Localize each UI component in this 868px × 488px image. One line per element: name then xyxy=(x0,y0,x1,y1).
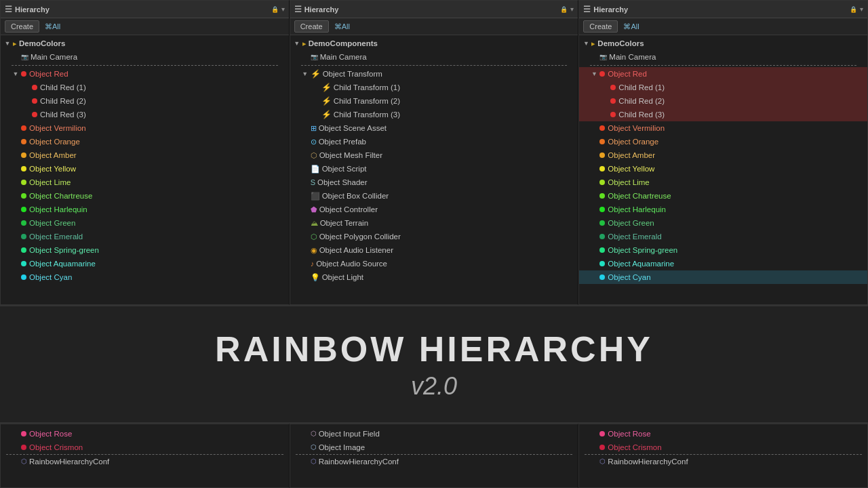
bottom-config-1[interactable]: ⬡ RainbowHierarchyConf xyxy=(1,455,289,468)
child-transform-3[interactable]: ⚡ Child Transform (3) xyxy=(290,108,578,121)
script-label: Object Script xyxy=(322,163,367,175)
panel-content-2[interactable]: ▸ DemoComponents 📷 Main Camera ⚡ Object … xyxy=(290,35,578,304)
bottom-object-rose-1[interactable]: Object Rose xyxy=(1,427,289,441)
harlequin-label: Object Harlequin xyxy=(29,203,87,216)
child-transform-label-3: Child Transform (3) xyxy=(334,108,400,121)
all-shortcut-3[interactable]: ⌘All xyxy=(623,22,639,31)
child-red-2[interactable]: Child Red (2) xyxy=(1,94,289,108)
lock-icon-2[interactable]: 🔒 xyxy=(560,6,568,13)
object-cyan-3[interactable]: Object Cyan xyxy=(579,270,867,284)
object-light[interactable]: 💡 Object Light xyxy=(290,270,578,284)
child-red-3-2[interactable]: Child Red (2) xyxy=(579,94,867,108)
object-chartreuse-3[interactable]: Object Chartreuse xyxy=(579,189,867,203)
object-yellow-1[interactable]: Object Yellow xyxy=(1,162,289,176)
bottom-config-3[interactable]: ⬡ RainbowHierarchyConf xyxy=(579,455,867,468)
bottom-panel-content-2[interactable]: ⬡ Object Input Field ⬡ Object Image ⬡ Ra… xyxy=(290,424,578,487)
panel-menu-1[interactable]: ▾ xyxy=(281,5,285,13)
object-cyan-1[interactable]: Object Cyan xyxy=(1,270,289,284)
panel-header-2: ☰ Hierarchy 🔒 ▾ xyxy=(290,1,578,18)
create-button-3[interactable]: Create xyxy=(583,20,618,33)
object-harlequin-1[interactable]: Object Harlequin xyxy=(1,203,289,216)
bottom-object-crimson-1[interactable]: Object Crismon xyxy=(1,441,289,454)
object-orange-1[interactable]: Object Orange xyxy=(1,135,289,148)
bottom-panel-content-1[interactable]: Object Rose Object Crismon ⬡ RainbowHier… xyxy=(1,424,289,487)
all-shortcut-1[interactable]: ⌘All xyxy=(45,22,60,31)
object-box-collider[interactable]: ⬛ Object Box Collider xyxy=(290,189,578,203)
object-prefab[interactable]: ⊙ Object Prefab xyxy=(290,135,578,148)
bottom-object-crimson-3[interactable]: Object Crismon xyxy=(579,441,867,454)
object-shader[interactable]: S Object Shader xyxy=(290,176,578,189)
object-script[interactable]: 📄 Object Script xyxy=(290,162,578,176)
object-harlequin-3[interactable]: Object Harlequin xyxy=(579,203,867,216)
scene-root-2[interactable]: ▸ DemoComponents xyxy=(290,37,578,50)
chartreuse-dot-3 xyxy=(599,193,605,199)
object-terrain[interactable]: ⛰ Object Terrain xyxy=(290,216,578,230)
terrain-label: Object Terrain xyxy=(320,217,368,229)
object-green-3[interactable]: Object Green xyxy=(579,216,867,230)
chartreuse-label: Object Chartreuse xyxy=(29,190,92,202)
object-poly-collider[interactable]: ⬡ Object Polygon Collider xyxy=(290,230,578,243)
object-lime-1[interactable]: Object Lime xyxy=(1,176,289,189)
bottom-object-rose-3[interactable]: Object Rose xyxy=(579,427,867,441)
object-vermilion-3[interactable]: Object Vermilion xyxy=(579,121,867,135)
child-transform-2[interactable]: ⚡ Child Transform (2) xyxy=(290,94,578,108)
main-camera-2[interactable]: 📷 Main Camera xyxy=(290,50,578,64)
light-label: Object Light xyxy=(322,271,363,283)
bottom-panel-3: Object Rose Object Crismon ⬡ RainbowHier… xyxy=(578,424,868,488)
bottom-object-input-field[interactable]: ⬡ Object Input Field xyxy=(290,427,578,441)
main-camera-3[interactable]: 📷 Main Camera xyxy=(579,50,867,64)
object-red-3[interactable]: Object Red xyxy=(579,67,867,81)
child-transform-1[interactable]: ⚡ Child Transform (1) xyxy=(290,81,578,94)
child-red-3-1[interactable]: Child Red (1) xyxy=(579,81,867,94)
panel-content-1[interactable]: ▸ DemoColors 📷 Main Camera Object xyxy=(1,35,289,304)
object-audio-source[interactable]: ♪ Object Audio Source xyxy=(290,257,578,270)
bottom-panel-content-3[interactable]: Object Rose Object Crismon ⬡ RainbowHier… xyxy=(579,424,867,487)
rose-label-b3: Object Rose xyxy=(608,428,650,440)
object-amber-1[interactable]: Object Amber xyxy=(1,148,289,162)
lock-icon-1[interactable]: 🔒 xyxy=(271,6,279,13)
object-scene-asset[interactable]: ⊞ Object Scene Asset xyxy=(290,121,578,135)
object-mesh-filter[interactable]: ⬡ Object Mesh Filter xyxy=(290,148,578,162)
harlequin-label-3: Object Harlequin xyxy=(608,203,666,216)
audio-source-label: Object Audio Source xyxy=(316,258,387,270)
yellow-dot xyxy=(21,166,26,171)
object-springgreen-3[interactable]: Object Spring-green xyxy=(579,243,867,257)
bottom-config-2[interactable]: ⬡ RainbowHierarchyConf xyxy=(290,455,578,468)
object-springgreen-1[interactable]: Object Spring-green xyxy=(1,243,289,257)
create-button-1[interactable]: Create xyxy=(5,20,39,33)
object-red-1[interactable]: Object Red xyxy=(1,67,289,81)
bottom-object-image[interactable]: ⬡ Object Image xyxy=(290,441,578,454)
scene-asset-label: Object Scene Asset xyxy=(319,122,387,134)
child-red-3-3[interactable]: Child Red (3) xyxy=(579,108,867,121)
expand-arrow-3 xyxy=(582,39,590,47)
child-red-3[interactable]: Child Red (3) xyxy=(1,108,289,121)
object-green-1[interactable]: Object Green xyxy=(1,216,289,230)
scene-root-3[interactable]: ▸ DemoColors xyxy=(579,37,867,50)
panel-content-3[interactable]: ▸ DemoColors 📷 Main Camera Object Red xyxy=(579,35,867,304)
object-audio-listener[interactable]: ◉ Object Audio Listener xyxy=(290,243,578,257)
object-aquamarine-1[interactable]: Object Aquamarine xyxy=(1,257,289,270)
main-camera-1[interactable]: 📷 Main Camera xyxy=(1,50,289,64)
object-transform[interactable]: ⚡ Object Transform xyxy=(290,67,578,81)
object-chartreuse-1[interactable]: Object Chartreuse xyxy=(1,189,289,203)
scene-asset-icon: ⊞ xyxy=(311,122,317,134)
object-vermilion-1[interactable]: Object Vermilion xyxy=(1,121,289,135)
child-red-1[interactable]: Child Red (1) xyxy=(1,81,289,94)
lock-icon-3[interactable]: 🔒 xyxy=(850,6,857,13)
scene-root-1[interactable]: ▸ DemoColors xyxy=(1,37,289,50)
camera-label-3: Main Camera xyxy=(609,51,656,63)
object-yellow-3[interactable]: Object Yellow xyxy=(579,162,867,176)
all-shortcut-2[interactable]: ⌘All xyxy=(334,22,350,31)
object-aquamarine-3[interactable]: Object Aquamarine xyxy=(579,257,867,270)
create-button-2[interactable]: Create xyxy=(294,20,329,33)
config-label-b3: RainbowHierarchyConf xyxy=(608,455,688,468)
object-amber-3[interactable]: Object Amber xyxy=(579,148,867,162)
chartreuse-label-3: Object Chartreuse xyxy=(608,190,671,202)
object-emerald-1[interactable]: Object Emerald xyxy=(1,230,289,243)
object-emerald-3[interactable]: Object Emerald xyxy=(579,230,867,243)
object-orange-3[interactable]: Object Orange xyxy=(579,135,867,148)
panel-menu-2[interactable]: ▾ xyxy=(570,5,574,13)
object-controller[interactable]: ⬟ Object Controller xyxy=(290,203,578,216)
object-lime-3[interactable]: Object Lime xyxy=(579,176,867,189)
panel-menu-3[interactable]: ▾ xyxy=(860,5,863,13)
